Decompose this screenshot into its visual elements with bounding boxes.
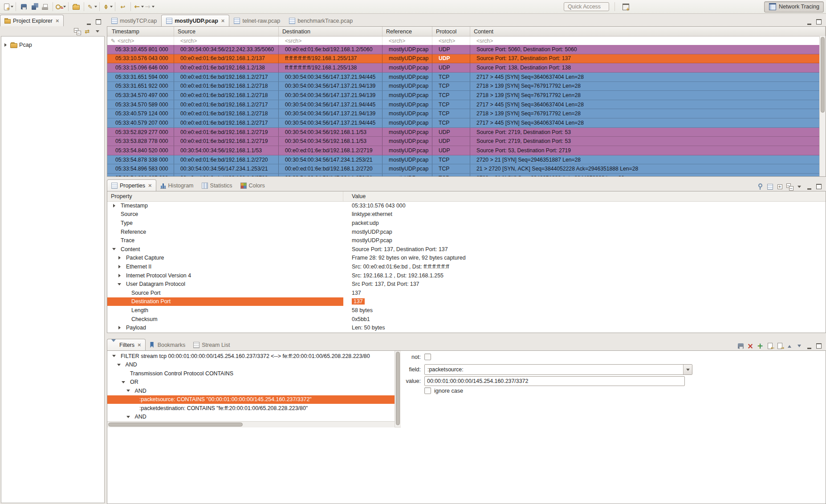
property-row[interactable]: Internet Protocol Version 4Src: 192.168.… [107, 271, 826, 280]
minimize-button[interactable] [84, 17, 93, 26]
vertical-scrollbar[interactable] [819, 36, 826, 176]
back-button[interactable] [133, 1, 144, 12]
close-view-icon[interactable]: × [56, 18, 59, 24]
not-checkbox[interactable] [424, 354, 431, 360]
maximize-button[interactable] [814, 17, 823, 26]
search-cell-source[interactable]: <srch> [174, 37, 279, 45]
expand-arrow-icon[interactable] [110, 201, 118, 210]
property-row[interactable]: Source Port137 [107, 289, 826, 297]
scrollbar-thumb[interactable] [396, 352, 400, 425]
packet-row[interactable]: 05:33:34.570 589 00000:e0:ed:01:6e:bd/19… [107, 100, 820, 110]
last-edit-button[interactable] [118, 1, 128, 12]
packet-row[interactable]: 05:33:54.840 520 00000:30:54:00:34:56/19… [107, 146, 820, 155]
export-filters-button[interactable] [775, 341, 784, 350]
delete-filter-button[interactable] [746, 341, 755, 350]
collapse-arrow-icon[interactable] [126, 413, 131, 422]
filter-tree-row[interactable]: AND [107, 386, 395, 395]
packet-row[interactable]: 05:33:15.096 646 00000:e0:ed:01:6e:bd/19… [107, 63, 820, 73]
tab-filters[interactable]: Filters× [107, 339, 146, 350]
import-filters-button[interactable] [765, 341, 774, 350]
packet-row[interactable]: 05:33:40.579 207 00000:e0:ed:01:6e:bd/19… [107, 118, 820, 128]
collapse-arrow-icon[interactable] [121, 378, 126, 387]
packet-row[interactable]: 05:33:40.579 124 00000:e0:ed:01:6e:bd/19… [107, 109, 820, 118]
property-row[interactable]: TracemostlyUDP.pcap [107, 236, 826, 245]
tree-item-pcap[interactable]: Pcap [1, 40, 104, 49]
property-row[interactable]: Sourcelinktype:ethernet [107, 210, 826, 219]
save-filter-button[interactable] [736, 341, 745, 350]
editor-tab[interactable]: benchmarkTrace.pcap [285, 15, 357, 26]
dropdown-caret-icon[interactable] [152, 6, 155, 8]
save-all-button[interactable] [29, 1, 40, 12]
network-tracing-perspective-button[interactable]: Network Tracing [764, 1, 824, 12]
property-row[interactable]: Timestamp05:33:10.576 043 000 [107, 201, 826, 210]
navigate-button[interactable] [102, 1, 113, 12]
pin-view-button[interactable] [756, 182, 765, 191]
tab-statistics[interactable]: Statistics [198, 180, 236, 191]
expand-all-button[interactable] [775, 182, 784, 191]
minimize-button[interactable] [805, 341, 814, 350]
field-combo[interactable]: :packetsource: [424, 364, 692, 375]
dropdown-caret-icon[interactable] [11, 6, 13, 8]
new-wizard-button[interactable] [3, 1, 13, 12]
packet-row[interactable]: 05:33:31.651 594 00000:e0:ed:01:6e:bd/19… [107, 73, 820, 82]
property-row[interactable]: Typepacket:udp [107, 219, 826, 228]
expand-arrow-icon[interactable] [116, 254, 123, 263]
editor-tab[interactable]: telnet-raw.pcap [229, 15, 285, 26]
property-row[interactable]: Ethernet IISrc: 00:e0:ed:01:6e:bd , Dst:… [107, 262, 826, 271]
collapse-all-button[interactable] [785, 182, 794, 191]
minimize-button[interactable] [805, 182, 814, 191]
value-input[interactable] [424, 376, 685, 386]
property-row[interactable]: Checksum0x5bb1 [107, 315, 826, 324]
packet-row[interactable]: 05:33:52.829 277 00000:e0:ed:01:6e:bd/19… [107, 128, 820, 137]
packet-row[interactable]: 05:33:54.896 583 00000:30:54:00:34:56/14… [107, 164, 820, 174]
property-row[interactable]: User Datagram ProtocolSrc Port: 137, Dst… [107, 280, 826, 289]
minimize-button[interactable] [805, 17, 814, 26]
ignore-case-checkbox[interactable] [424, 387, 431, 394]
filter-tree-row[interactable]: :packetdestination: CONTAINS "fe:ff:20:0… [107, 404, 395, 413]
dropdown-caret-icon[interactable] [110, 6, 113, 8]
collapse-arrow-icon[interactable] [111, 352, 117, 361]
packet-row[interactable]: 05:33:54.878 338 00000:e0:ed:01:6e:bd/19… [107, 155, 820, 165]
packet-row[interactable]: 05:33:10.455 801 00000:30:54:00:34:56/21… [107, 45, 820, 54]
expand-arrow-icon[interactable] [116, 323, 123, 332]
packet-row[interactable]: 05:33:34.570 497 00000:e0:ed:01:6e:bd/19… [107, 91, 820, 100]
key-button[interactable] [55, 1, 66, 12]
collapse-arrow-icon[interactable] [116, 280, 123, 289]
editor-tab[interactable]: mostlyUDP.pcap× [161, 15, 229, 26]
forward-button[interactable] [144, 1, 155, 12]
close-view-icon[interactable]: × [148, 183, 152, 188]
close-view-icon[interactable]: × [138, 342, 141, 348]
collapse-arrow-icon[interactable] [110, 245, 118, 254]
open-perspective-button[interactable] [620, 1, 631, 12]
packet-row[interactable]: 05:33:10.576 043 00000:e0:ed:01:6e:bd/19… [107, 54, 820, 64]
search-cell-content[interactable]: <srch> [470, 37, 826, 45]
packet-row[interactable]: 05:33:31.651 922 00000:e0:ed:01:6e:bd/19… [107, 82, 820, 91]
property-row[interactable]: ContentSource Port: 137, Destination Por… [107, 245, 826, 254]
search-cell-timestamp[interactable]: ✎<srch> [107, 37, 174, 45]
maximize-button[interactable] [814, 182, 823, 191]
search-cell-destination[interactable]: <srch> [279, 37, 382, 45]
packet-row[interactable]: 05:33:53.828 778 00000:e0:ed:01:6e:bd/19… [107, 137, 820, 146]
save-button[interactable] [18, 1, 29, 12]
tab-properties[interactable]: Properties× [107, 179, 156, 191]
collapse-all-button[interactable] [73, 27, 81, 36]
filter-tree-row[interactable]: OR [107, 378, 395, 387]
link-with-editor-button[interactable] [83, 27, 92, 36]
move-up-button[interactable] [785, 341, 794, 350]
expand-arrow-icon[interactable] [116, 262, 123, 271]
filter-tree-horizontal-scrollbar[interactable] [107, 421, 395, 427]
add-filter-button[interactable] [756, 341, 765, 350]
filter-tree-row[interactable]: Transmission Control Protocol CONTAINS [107, 369, 395, 378]
property-row[interactable]: Packet CaptureFrame 28: 92 bytes on wire… [107, 254, 826, 263]
scrollbar-thumb[interactable] [108, 423, 243, 427]
dropdown-caret-icon[interactable] [63, 6, 66, 8]
filter-tree-row[interactable]: FILTER stream tcp 00:00:01:00:00:00/145.… [107, 352, 395, 361]
property-row[interactable]: PayloadLen: 50 bytes [107, 323, 826, 332]
scrollbar-thumb[interactable] [821, 37, 825, 113]
print-button[interactable] [40, 1, 50, 12]
expand-arrow-icon[interactable] [3, 43, 8, 47]
property-row[interactable]: ReferencemostlyUDP.pcap [107, 228, 826, 236]
collapse-arrow-icon[interactable] [116, 361, 122, 370]
expand-arrow-icon[interactable] [116, 271, 123, 280]
property-row[interactable]: Length58 bytes [107, 306, 826, 315]
